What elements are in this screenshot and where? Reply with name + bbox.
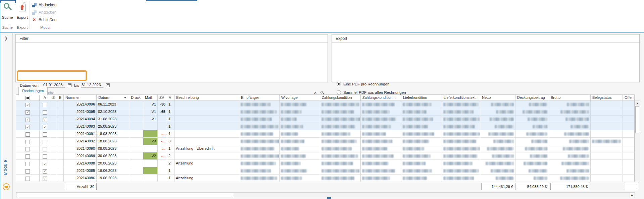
module-icon[interactable]: [3, 183, 10, 190]
cell-belegstatus: [591, 145, 623, 152]
row-select-checkbox[interactable]: ✓: [26, 103, 30, 107]
scroll-up-icon[interactable]: ▲: [635, 101, 640, 106]
cell-beschreibung: [175, 101, 239, 108]
row-a-checkbox[interactable]: ✓: [43, 162, 47, 166]
invoice-row-202140086[interactable]: ✓20214008619.06.20231Anzahlung: [16, 175, 634, 182]
netto-total: 144.461,29 €: [481, 183, 515, 190]
row-a-checkbox[interactable]: [43, 110, 47, 115]
column-header-a[interactable]: A: [40, 95, 50, 101]
invoice-row-202140089[interactable]: 20214008930.06.2023V2-...2: [16, 152, 634, 160]
row-a-checkbox[interactable]: [43, 132, 47, 137]
vertical-scrollbar[interactable]: ▲: [635, 101, 640, 181]
horizontal-scrollbar[interactable]: ▶: [16, 192, 635, 198]
expand-panel-chevron-icon[interactable]: ❯: [4, 36, 8, 41]
row-select-checkbox[interactable]: [26, 140, 30, 144]
row-select-checkbox[interactable]: ✓: [26, 125, 30, 129]
invoice-row-202140085[interactable]: ✓20214008519.06.20231: [16, 167, 634, 175]
invoice-row-202140094[interactable]: ✓✓20214009431.08.2023V11: [16, 116, 634, 123]
suche-ribbon-button[interactable]: Suche: [0, 1, 14, 21]
row-a-checkbox[interactable]: ✓: [43, 118, 47, 122]
cell-druck: [129, 116, 143, 123]
redacted-cell-content: [403, 169, 432, 173]
header-select-all[interactable]: [16, 95, 40, 101]
cell-a: [40, 101, 50, 108]
row-a-checkbox[interactable]: ✓: [43, 177, 47, 181]
column-header-v[interactable]: V: [167, 95, 175, 101]
row-select-checkbox[interactable]: ✓: [26, 110, 30, 115]
eine-pdf-radio[interactable]: [337, 82, 341, 86]
select-all-checkbox[interactable]: [26, 96, 30, 100]
row-select-checkbox[interactable]: [26, 162, 30, 166]
eine-pdf-label[interactable]: Eine PDF pro Rechnungen: [343, 82, 389, 86]
cell-b: [57, 130, 64, 137]
invoice-row-202140088[interactable]: ✓20214008820.06.20232Anzahlung: [16, 160, 634, 167]
cell-sel: [16, 175, 40, 182]
cell-sel: [16, 145, 40, 152]
cell-beschreibung: Anzahlung: [175, 160, 239, 167]
column-header-druck[interactable]: Druck: [129, 95, 143, 101]
row-select-checkbox[interactable]: [26, 154, 30, 159]
column-header-mail[interactable]: Mail: [143, 95, 158, 101]
cell-brutto: [549, 138, 591, 145]
column-header-brutto[interactable]: Brutto: [549, 95, 591, 101]
column-header-wvorlage[interactable]: W.vorlage: [280, 95, 320, 101]
row-select-checkbox[interactable]: [26, 169, 30, 174]
column-header-belegstatus[interactable]: Belegstatus: [591, 95, 623, 101]
cell-netto: [480, 101, 515, 108]
cell-empfaenger: [239, 108, 280, 115]
vertical-scrollbar-thumb[interactable]: [635, 106, 639, 133]
cell-zk1: [320, 152, 361, 159]
row-select-checkbox[interactable]: [26, 147, 30, 151]
schliessen-button[interactable]: ✕ Schließen: [32, 17, 56, 23]
column-header-db[interactable]: Deckungsbeitrag: [515, 95, 549, 101]
row-select-checkbox[interactable]: [26, 177, 30, 181]
row-a-checkbox[interactable]: [43, 147, 47, 151]
cell-beschreibung: [175, 123, 239, 130]
invoice-row-202140093[interactable]: ✓✓20214009325.08.20231: [16, 123, 634, 130]
invoice-row-202140090[interactable]: 20214009008.08.2023-...1Anzahlung - Über…: [16, 145, 634, 152]
calendar-icon[interactable]: [106, 83, 110, 87]
abdocken-button[interactable]: Abdocken: [32, 2, 56, 8]
cell-empfaenger: [239, 175, 280, 182]
row-a-checkbox[interactable]: ✓: [43, 169, 47, 174]
column-header-s[interactable]: S: [50, 95, 57, 101]
column-header-empfaenger[interactable]: Empfänger: [239, 95, 280, 101]
export-ribbon-button[interactable]: Export: [15, 1, 29, 21]
column-header-netto[interactable]: Netto: [480, 95, 515, 101]
sammel-pdf-radio[interactable]: [337, 90, 341, 94]
ribbon: Suche Export Abdocken Andocken ✕ Schließ…: [0, 0, 644, 32]
invoice-row-202140096[interactable]: ✓20214009606.11.2023V1-301: [16, 101, 634, 108]
row-a-checkbox[interactable]: [43, 140, 47, 144]
row-a-checkbox[interactable]: ✓: [43, 125, 47, 129]
column-header-lk[interactable]: Lieferkondition: [401, 95, 442, 101]
cell-zk1: [320, 138, 361, 145]
invoice-row-202140092[interactable]: 20214009218.08.2023V3-...3: [16, 138, 634, 145]
row-select-checkbox[interactable]: ✓: [26, 118, 30, 122]
sammel-pdf-label[interactable]: Sammel-PDF aus allen Rechnungen: [343, 90, 406, 94]
column-header-b[interactable]: B: [57, 95, 64, 101]
row-a-checkbox[interactable]: [43, 103, 47, 107]
datum-bis-field[interactable]: 31.12.2023: [81, 83, 103, 88]
column-header-beschreibung[interactable]: Beschreibung: [175, 95, 239, 101]
scroll-right-icon[interactable]: ▶: [630, 193, 634, 197]
tab-rechnungen[interactable]: Rechnungen: [18, 87, 48, 95]
cell-nummer: 202140085: [64, 167, 97, 174]
invoice-row-202140091[interactable]: 20214009118.08.2023-...1: [16, 130, 634, 138]
row-select-checkbox[interactable]: [26, 132, 30, 137]
column-header-nummer[interactable]: Nummer: [64, 95, 97, 101]
horizontal-scrollbar-thumb[interactable]: [17, 193, 233, 197]
column-header-zk1[interactable]: Zahlungskondition: [320, 95, 361, 101]
cell-druck: [129, 108, 143, 115]
column-header-datum[interactable]: Datum: [97, 95, 129, 101]
column-header-offen[interactable]: Offen: [623, 95, 634, 101]
calendar-icon[interactable]: [68, 83, 71, 87]
row-a-checkbox[interactable]: [43, 154, 47, 159]
redacted-cell-content: [403, 125, 428, 128]
column-header-zk2[interactable]: Zahlungskondition...: [361, 95, 401, 101]
column-header-zv[interactable]: ZV: [158, 95, 167, 101]
invoice-row-202140095[interactable]: ✓20214009502.10.2023V1-651: [16, 108, 634, 116]
column-header-lkt[interactable]: Lieferkonditionstext: [442, 95, 480, 101]
module-tab[interactable]: Module: [3, 160, 8, 175]
group-label-export: Export: [15, 25, 30, 29]
redacted-cell-content: [533, 125, 547, 128]
